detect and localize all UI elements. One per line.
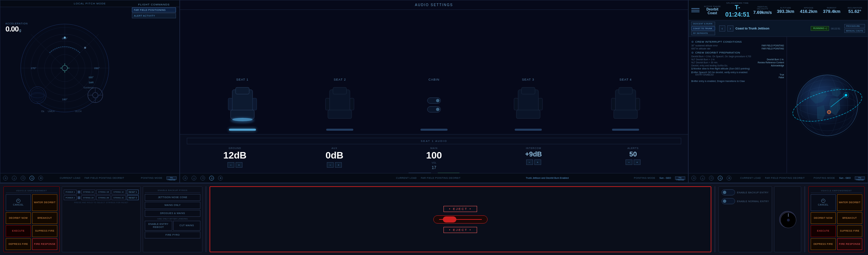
nav-status-2[interactable]: △ bbox=[700, 176, 705, 180]
apogee-item: APOGEE 416.2km bbox=[798, 7, 819, 14]
execute-btn-left[interactable]: EXECUTE bbox=[6, 225, 31, 237]
descent-burn-btn[interactable]: Descent & Burn bbox=[691, 22, 715, 26]
depress-fire-btn[interactable]: DEPRESS FIRE bbox=[6, 238, 31, 250]
breakout-btn[interactable]: BREAKOUT bbox=[32, 212, 57, 224]
seat-3-icon bbox=[511, 85, 545, 125]
seat-4-item[interactable]: Seat 4 bbox=[609, 78, 643, 131]
phase-name: Coast to Trunk Jettison bbox=[735, 27, 809, 30]
water-deorbit-btn[interactable]: WATER DEORBIT bbox=[32, 194, 57, 211]
seat-3-item[interactable]: Seat 3 bbox=[511, 78, 545, 131]
intercom-minus[interactable]: − bbox=[526, 160, 533, 165]
audio-status-3[interactable]: ☐ bbox=[200, 176, 205, 180]
rotary-dial[interactable] bbox=[779, 211, 796, 228]
supress-fire-btn-r[interactable]: SUPRESS FIRE bbox=[837, 225, 862, 237]
cut-mains-btn[interactable]: CUT MAINS bbox=[173, 221, 200, 231]
mains-only-btn[interactable]: MAINS ONLY bbox=[145, 202, 200, 209]
nav-status-1[interactable]: ⊙ bbox=[691, 176, 696, 180]
cancel-btn-right[interactable]: ✕ CANCEL bbox=[811, 194, 836, 211]
ground-plus[interactable]: + bbox=[236, 162, 242, 168]
string-2a-btn[interactable]: STRING 2A bbox=[81, 195, 96, 200]
fire-response-btn-r[interactable]: FIRE RESPONSE bbox=[837, 238, 862, 250]
ground-minus[interactable]: − bbox=[228, 162, 234, 168]
intercom-plus[interactable]: + bbox=[534, 160, 541, 165]
eject-slider-thumb bbox=[443, 216, 456, 222]
cancel-btn-left[interactable]: ✕ CANCEL bbox=[6, 194, 31, 211]
status-icon-2[interactable]: △ bbox=[12, 176, 17, 180]
supress-fire-btn[interactable]: SUPRESS FIRE bbox=[32, 225, 57, 237]
nav-status-3[interactable]: ☐ bbox=[709, 176, 714, 180]
svg-point-25 bbox=[93, 92, 98, 98]
reset-1-btn[interactable]: RESET 1 bbox=[127, 190, 139, 194]
nav-status-5[interactable]: ⚙ bbox=[727, 176, 731, 180]
execute-btn-right[interactable]: EXECUTE bbox=[811, 225, 836, 237]
power-1-btn[interactable]: POWER 1 bbox=[64, 190, 77, 194]
alert-activity-btn[interactable]: ALERT ACTIVITY bbox=[132, 13, 176, 18]
rf-separate-btn[interactable]: RF Separate bbox=[691, 31, 715, 35]
jettison-nose-btn[interactable]: JETTISON NOSE CONE bbox=[145, 194, 200, 201]
normal-entry-label: ENABLE NORMAL ENTRY bbox=[737, 200, 769, 203]
manual-chute-btn[interactable]: Manual Chute bbox=[844, 29, 865, 33]
audio-current-load: CURRENT LOAD bbox=[396, 177, 417, 179]
apogee-value: 416.2km bbox=[798, 9, 819, 14]
svg-point-19 bbox=[84, 47, 86, 49]
seat-1-item[interactable]: Seat 1 bbox=[225, 78, 259, 131]
cabin-toggle-2[interactable] bbox=[427, 106, 441, 112]
audio-status-2[interactable]: △ bbox=[192, 176, 196, 180]
fire-pyro-btn[interactable]: FIRE PYRO bbox=[145, 232, 200, 238]
audio-settings-title: AUDIO SETTINGS bbox=[180, 0, 688, 10]
deorbit-now-btn[interactable]: DEORBIT NOW bbox=[6, 212, 31, 224]
deorbit-item-3: NLT Deorbit Burn > 30 min. Review Refere… bbox=[691, 61, 784, 64]
water-deorbit-btn-r[interactable]: WATER DEORBIT bbox=[837, 194, 862, 211]
depress-fire-btn-r[interactable]: DEPRESS FIRE bbox=[811, 238, 836, 250]
phase-prev-btn[interactable]: ‹ bbox=[719, 25, 725, 31]
normal-entry-toggle[interactable] bbox=[722, 198, 735, 204]
hamburger-menu[interactable] bbox=[691, 6, 699, 14]
string-2b-btn[interactable]: STRING 2B bbox=[96, 195, 111, 200]
aux-plus[interactable]: + bbox=[335, 162, 342, 168]
audio-status-5[interactable]: ⚙ bbox=[218, 176, 223, 180]
cabin-toggle-1[interactable] bbox=[427, 98, 441, 104]
svg-rect-49 bbox=[521, 87, 535, 94]
seat-1-indicator bbox=[229, 129, 256, 131]
divider-2 bbox=[714, 186, 715, 252]
globe-svg bbox=[790, 68, 865, 143]
far-field-btn[interactable]: FAR FIELD POSITIONING bbox=[132, 7, 176, 13]
status-icon-1[interactable]: ⊙ bbox=[3, 176, 8, 180]
drogues-mains-btn[interactable]: DROGUES & MAINS bbox=[145, 210, 200, 217]
audio-status-1[interactable]: ⊙ bbox=[183, 176, 188, 180]
coast-trunk-btn[interactable]: Coast to Trunk bbox=[691, 26, 715, 30]
nav-status-4[interactable]: ◎ bbox=[718, 176, 723, 180]
seat-2-item[interactable]: Seat 2 bbox=[323, 78, 357, 131]
aux-minus[interactable]: − bbox=[327, 162, 334, 168]
interrupt-val-2: FAR FIELD POINTING bbox=[762, 47, 784, 50]
enable-backup-title: ENABLE BACKUP PYROS bbox=[145, 188, 200, 193]
use-only-label: USE ONLY AFTER LANDING bbox=[145, 218, 200, 220]
main-channel: MAIN 100 VOL 17 bbox=[386, 147, 482, 170]
deorbit-now-btn-r[interactable]: DEORBIT NOW bbox=[811, 212, 836, 224]
status-icon-5[interactable]: ⚙ bbox=[38, 176, 43, 180]
audio-status-4[interactable]: ◎ bbox=[209, 176, 214, 180]
led-1a bbox=[78, 191, 80, 193]
string-1c-btn[interactable]: STRING 1C bbox=[112, 190, 126, 194]
string-1b-btn[interactable]: STRING 1B bbox=[96, 190, 111, 194]
reboot-entry-btn[interactable]: ENABLE ENTRY REBOOT bbox=[145, 221, 172, 231]
alerts-plus[interactable]: + bbox=[634, 160, 640, 165]
audio-phase-display: Trunk Jettison and Deorbit Burn Enabled bbox=[465, 177, 630, 179]
procedure-btn[interactable]: Procedure bbox=[844, 24, 865, 28]
nav-sub-1: ENTRY ENABLED True bbox=[691, 73, 784, 76]
backup-entry-toggle[interactable] bbox=[722, 189, 735, 195]
inclination-label: INCLINATION bbox=[845, 7, 865, 9]
eject-label-bottom: • EJECT • bbox=[443, 227, 477, 233]
breakout-btn-r[interactable]: BREAKOUT bbox=[837, 212, 862, 224]
string-1a-btn[interactable]: STRING 1A bbox=[81, 190, 96, 194]
status-icon-4[interactable]: ◎ bbox=[29, 176, 34, 180]
eject-slider[interactable] bbox=[433, 215, 488, 224]
alerts-minus[interactable]: − bbox=[626, 160, 632, 165]
fire-response-btn[interactable]: FIRE RESPONSE bbox=[32, 238, 57, 250]
deorbit-item-4: Deorbit, entry and landing Go/No-Go. Ack… bbox=[691, 64, 784, 67]
power-2-btn[interactable]: POWER 2 bbox=[64, 195, 77, 200]
reset-2-btn[interactable]: RESET 2 bbox=[127, 195, 139, 200]
phase-next-btn[interactable]: › bbox=[727, 25, 733, 31]
status-icon-3[interactable]: ☐ bbox=[21, 176, 25, 180]
string-2c-btn[interactable]: STRING 2C bbox=[112, 195, 126, 200]
